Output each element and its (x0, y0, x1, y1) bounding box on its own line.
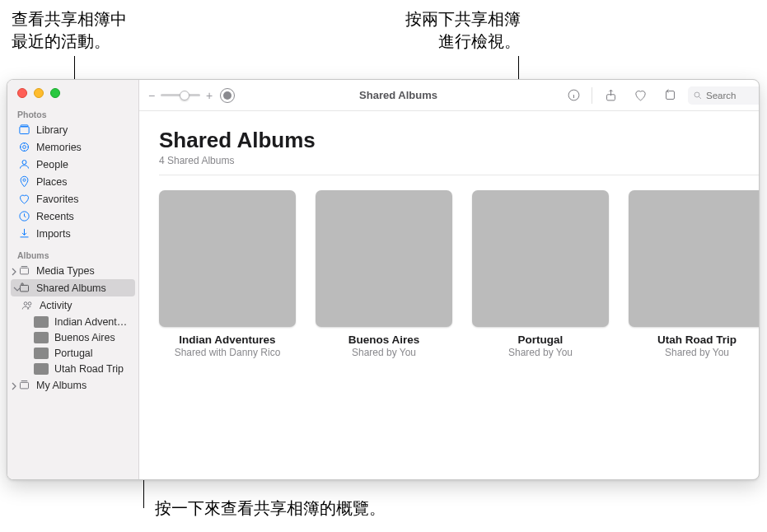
sidebar-item-label: Buenos Aires (54, 332, 115, 343)
album-card[interactable]: Portugal Shared by You (472, 190, 609, 358)
zoom-control[interactable]: − + (147, 89, 213, 102)
sidebar-item-library[interactable]: Library (7, 121, 138, 138)
svg-rect-7 (20, 268, 28, 274)
memories-icon (17, 141, 30, 154)
svg-rect-0 (19, 127, 28, 134)
sidebar-item-label: Activity (40, 300, 72, 311)
svg-point-2 (20, 143, 28, 152)
rotate-button[interactable] (658, 86, 681, 105)
album-thumbnail (34, 332, 49, 343)
album-name: Buenos Aires (316, 334, 452, 346)
sidebar: Photos Library Memories People Places Fa… (7, 80, 139, 479)
toolbar-separator (592, 87, 592, 104)
sidebar-item-label: Media Types (36, 265, 95, 277)
places-icon (17, 175, 30, 189)
callout-sidebar-activity: 查看共享相簿中 最近的活動。 (12, 8, 127, 53)
sidebar-item-favorites[interactable]: Favorites (7, 190, 138, 208)
sidebar-item-label: Indian Advent… (54, 316, 127, 328)
slider-knob[interactable] (180, 91, 189, 100)
download-icon (17, 227, 30, 240)
albums-grid: Indian Adventures Shared with Danny Rico… (159, 190, 760, 358)
album-name: Portugal (472, 334, 609, 346)
album-name: Indian Adventures (159, 334, 296, 346)
people-icon (17, 158, 30, 171)
album-count: 4 Shared Albums (159, 155, 760, 166)
sidebar-item-media-types[interactable]: Media Types (7, 262, 138, 279)
search-input[interactable] (706, 91, 760, 100)
search-icon (693, 91, 703, 100)
sidebar-item-label: Places (36, 176, 68, 188)
album-card[interactable]: Utah Road Trip Shared by You (629, 190, 760, 358)
sidebar-item-label: Portugal (54, 348, 93, 359)
sidebar-item-label: People (36, 159, 68, 170)
album-thumbnail (34, 316, 49, 328)
sidebar-item-activity[interactable]: Activity (7, 296, 138, 314)
stack-icon (17, 264, 30, 278)
sidebar-item-imports[interactable]: Imports (7, 225, 138, 242)
album-meta: Shared by You (472, 347, 609, 358)
sidebar-item-label: Favorites (36, 194, 78, 205)
divider (159, 175, 760, 175)
filter-button[interactable] (220, 88, 235, 103)
album-cover (316, 190, 452, 327)
sidebar-heading-photos: Photos (7, 105, 138, 121)
svg-rect-1 (21, 125, 28, 127)
sidebar-item-label: My Albums (36, 380, 87, 391)
window-controls (7, 80, 138, 103)
album-cover (472, 190, 609, 327)
photos-app-window: Photos Library Memories People Places Fa… (7, 79, 760, 480)
sidebar-item-label: Imports (36, 228, 71, 240)
toolbar-title: Shared Albums (359, 89, 437, 101)
chevron-right-icon[interactable] (10, 381, 18, 390)
sidebar-item-my-albums[interactable]: My Albums (7, 376, 138, 394)
zoom-out-icon[interactable]: − (147, 89, 156, 102)
sidebar-item-label: Recents (36, 211, 74, 222)
toolbar: − + Shared Albums (139, 80, 760, 111)
activity-icon (21, 299, 34, 312)
album-card[interactable]: Buenos Aires Shared by You (316, 190, 452, 358)
sidebar-album-buenos-aires[interactable]: Buenos Aires (7, 329, 138, 345)
sidebar-album-indian-adventures[interactable]: Indian Advent… (7, 314, 138, 329)
album-thumbnail (34, 363, 49, 375)
zoom-slider[interactable] (161, 94, 200, 96)
callout-click-overview: 按一下來查看共享相簿的概覽。 (155, 497, 386, 520)
svg-rect-12 (20, 382, 28, 389)
info-button[interactable] (562, 86, 585, 105)
album-card[interactable]: Indian Adventures Shared with Danny Rico (159, 190, 296, 358)
sidebar-album-utah-road-trip[interactable]: Utah Road Trip (7, 361, 138, 376)
maximize-button[interactable] (50, 88, 60, 98)
heart-icon (17, 193, 30, 206)
sidebar-item-recents[interactable]: Recents (7, 208, 138, 225)
sidebar-item-people[interactable]: People (7, 156, 138, 173)
album-cover (159, 190, 296, 327)
search-field[interactable] (688, 86, 760, 105)
sidebar-item-shared-albums[interactable]: Shared Albums (11, 279, 135, 296)
svg-rect-15 (666, 91, 674, 100)
chevron-right-icon[interactable] (10, 267, 18, 275)
album-cover (629, 190, 760, 327)
sidebar-item-places[interactable]: Places (7, 173, 138, 190)
minimize-button[interactable] (34, 88, 44, 98)
svg-point-10 (24, 302, 27, 306)
folder-icon (17, 379, 30, 392)
svg-point-16 (695, 92, 699, 97)
svg-point-3 (22, 146, 26, 149)
main-pane: − + Shared Albums Shared Albums 4 Shared… (139, 80, 760, 479)
chevron-down-icon[interactable] (13, 284, 21, 292)
album-meta: Shared by You (629, 347, 760, 358)
favorite-button[interactable] (629, 86, 652, 105)
clock-icon (17, 210, 30, 223)
close-button[interactable] (17, 88, 27, 98)
sidebar-item-memories[interactable]: Memories (7, 138, 138, 156)
sidebar-item-label: Utah Road Trip (54, 363, 124, 375)
library-icon (17, 124, 30, 137)
sidebar-item-label: Shared Albums (36, 282, 106, 294)
sidebar-heading-albums: Albums (7, 245, 138, 262)
sidebar-album-portugal[interactable]: Portugal (7, 345, 138, 361)
svg-point-11 (28, 302, 31, 306)
zoom-in-icon[interactable]: + (205, 89, 213, 102)
page-title: Shared Albums (159, 128, 760, 153)
callout-double-click-album: 按兩下共享相簿 進行檢視。 (389, 8, 521, 53)
album-thumbnail (34, 348, 49, 359)
share-button[interactable] (599, 86, 622, 105)
